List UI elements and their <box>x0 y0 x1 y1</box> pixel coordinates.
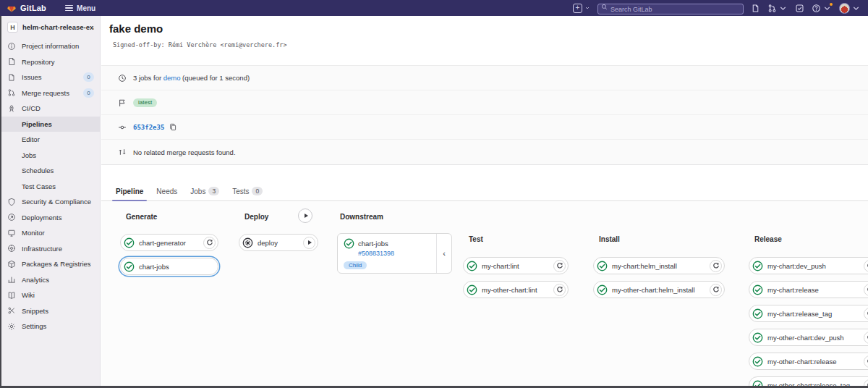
sidebar-item-label: Infrastructure <box>22 245 62 253</box>
status-manual-icon <box>242 237 253 248</box>
job-name: chart-generator <box>139 239 186 247</box>
status-success-icon <box>597 261 608 271</box>
sidebar-item-packages-registries[interactable]: Packages & Registries <box>0 256 100 272</box>
tanuki-icon <box>7 3 17 13</box>
monitor-icon <box>7 229 16 237</box>
search-input[interactable] <box>597 4 744 14</box>
retry-job-button[interactable] <box>864 308 868 320</box>
notification-dot <box>830 3 833 6</box>
job-chart-generator[interactable]: chart-generator <box>120 234 218 251</box>
commit-icon <box>118 123 127 132</box>
sidebar-item-pipelines[interactable]: Pipelines <box>0 117 100 132</box>
sidebar-item-test-cases[interactable]: Test Cases <box>0 179 100 195</box>
sidebar-item-infrastructure[interactable]: Infrastructure <box>0 241 100 257</box>
retry-job-button[interactable] <box>864 260 868 272</box>
downstream-pipeline-link[interactable]: #508831398 <box>358 250 436 257</box>
play-job-button[interactable] <box>303 237 315 249</box>
new-menu-button[interactable]: + <box>573 4 590 13</box>
status-success-icon <box>752 356 763 367</box>
help-nav-button[interactable] <box>812 4 832 13</box>
chevron-down-icon <box>778 4 788 13</box>
status-success-icon <box>597 284 608 295</box>
retry-icon <box>556 262 563 269</box>
global-search[interactable] <box>597 1 744 15</box>
job-name: chart-jobs <box>139 263 169 271</box>
job-my-other-chart-helm-install[interactable]: my-other-chart:helm_install <box>593 281 725 298</box>
job-my-chart-helm-install[interactable]: my-chart:helm_install <box>593 257 725 274</box>
job-my-chart-dev-push[interactable]: my-chart:dev_push <box>749 257 868 274</box>
retry-job-button[interactable] <box>864 355 868 368</box>
retry-job-button[interactable] <box>864 284 868 296</box>
tab-label: Needs <box>156 187 177 195</box>
snippets-icon <box>7 306 16 315</box>
todos-nav-button[interactable] <box>795 4 804 13</box>
merge-requests-nav-button[interactable] <box>767 4 788 13</box>
sidebar-item-merge-requests[interactable]: Merge requests 0 <box>0 85 100 101</box>
project-name: helm-chart-release-exa... <box>22 23 94 31</box>
status-success-icon <box>752 284 763 295</box>
tab-needs[interactable]: Needs <box>150 183 184 201</box>
job-my-chart-lint[interactable]: my-chart:lint <box>463 257 569 274</box>
downstream-pipeline-card[interactable]: chart-jobs #508831398 Child ‹ <box>337 233 452 274</box>
repository-icon <box>7 57 16 66</box>
sidebar-item-ci-cd[interactable]: CI/CD <box>0 101 100 117</box>
retry-job-button[interactable] <box>710 260 722 272</box>
tests-count-badge: 0 <box>252 187 263 195</box>
retry-job-button[interactable] <box>864 332 868 344</box>
job-my-other-chart-release[interactable]: my-other-chart:release <box>749 353 868 370</box>
job-chart-jobs[interactable]: chart-jobs <box>120 258 218 275</box>
sidebar-item-project-information[interactable]: Project information <box>0 38 100 54</box>
jobs-count-badge: 3 <box>208 187 219 195</box>
sidebar-item-issues[interactable]: Issues 0 <box>0 69 100 85</box>
issues-nav-button[interactable] <box>751 4 760 13</box>
sidebar-project-link[interactable]: H helm-chart-release-exa... <box>0 16 100 38</box>
chevron-left-icon: ‹ <box>443 249 446 258</box>
sidebar-item-analytics[interactable]: Analytics <box>0 272 100 288</box>
project-sidebar: H helm-chart-release-exa... Project info… <box>0 16 101 388</box>
copy-to-clipboard-icon[interactable] <box>169 123 177 131</box>
top-navbar: GitLab Menu + <box>0 0 868 16</box>
job-my-chart-release-tag[interactable]: my-chart:release_tag <box>749 305 868 322</box>
merge-request-icon <box>7 88 16 97</box>
sidebar-item-security-compliance[interactable]: Security & Compliance <box>0 194 100 210</box>
job-my-chart-release[interactable]: my-chart:release <box>749 281 868 298</box>
job-name: my-chart:release <box>767 286 819 294</box>
commit-message: Signed-off-by: Rémi Verchère <remi@verch… <box>101 35 868 48</box>
sidebar-item-schedules[interactable]: Schedules <box>0 163 100 179</box>
sidebar-item-repository[interactable]: Repository <box>0 54 100 70</box>
tab-jobs[interactable]: Jobs 3 <box>184 182 226 201</box>
tab-pipeline[interactable]: Pipeline <box>109 183 150 201</box>
brand-name: GitLab <box>20 4 46 12</box>
sidebar-item-snippets[interactable]: Snippets <box>0 303 100 319</box>
sidebar-item-deployments[interactable]: Deployments <box>0 210 100 226</box>
retry-job-button[interactable] <box>553 260 566 272</box>
sidebar-item-label: Jobs <box>22 151 36 159</box>
status-success-icon <box>752 332 763 343</box>
sidebar-item-monitor[interactable]: Monitor <box>0 225 100 241</box>
job-my-other-chart-lint[interactable]: my-other-chart:lint <box>463 281 569 298</box>
menu-button[interactable]: Menu <box>65 4 95 13</box>
analytics-icon <box>7 275 16 284</box>
retry-job-button[interactable] <box>553 284 566 296</box>
retry-job-button[interactable] <box>203 237 216 249</box>
user-menu-button[interactable] <box>839 3 861 14</box>
job-deploy[interactable]: deploy <box>239 234 318 251</box>
sidebar-item-settings[interactable]: Settings <box>0 319 100 334</box>
retry-job-button[interactable] <box>710 284 722 296</box>
run-all-manual-jobs-button[interactable] <box>298 208 312 223</box>
commit-sha-link[interactable]: 653f2e35 <box>133 124 164 131</box>
package-icon <box>7 260 16 269</box>
sidebar-item-jobs[interactable]: Jobs <box>0 148 100 164</box>
play-icon <box>308 240 312 245</box>
sidebar-item-wiki[interactable]: Wiki <box>0 287 100 303</box>
ref-link[interactable]: demo <box>163 74 181 82</box>
retry-icon <box>712 286 720 293</box>
no-merge-requests-text: No related merge requests found. <box>133 148 236 156</box>
tab-label: Jobs <box>190 187 205 195</box>
tab-tests[interactable]: Tests 0 <box>226 182 269 201</box>
job-my-other-chart-dev-push[interactable]: my-other-chart:dev_push <box>749 329 868 346</box>
gitlab-logo[interactable]: GitLab <box>7 3 46 13</box>
sidebar-item-editor[interactable]: Editor <box>0 132 100 148</box>
collapse-downstream-button[interactable]: ‹ <box>436 234 451 273</box>
chevron-down-icon <box>584 5 590 11</box>
